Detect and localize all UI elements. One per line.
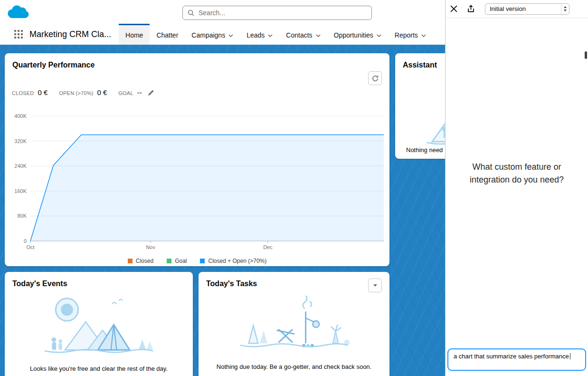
tab-home[interactable]: Home xyxy=(119,24,150,45)
edit-goal-button[interactable] xyxy=(148,89,154,96)
search-input[interactable] xyxy=(198,9,367,17)
legend-swatch xyxy=(167,259,171,263)
export-icon xyxy=(467,7,475,14)
tab-label: Contacts xyxy=(286,31,312,39)
metric-value: -- xyxy=(137,88,142,96)
tab-label: Home xyxy=(125,31,143,39)
events-illustration xyxy=(5,293,193,358)
nav-tabs: Home Chatter Campaigns Leads Contacts xyxy=(119,24,433,45)
tab-label: Reports xyxy=(395,31,418,39)
salesforce-app: Marketing CRM Cla... Home Chatter Campai… xyxy=(0,0,445,376)
todays-tasks-card: Today's Tasks xyxy=(199,272,389,376)
tasks-menu-button[interactable] xyxy=(368,279,382,292)
refresh-icon xyxy=(371,75,379,82)
prompt-text: What custom feature or integration do yo… xyxy=(456,161,578,186)
legend-label: Closed xyxy=(136,258,153,264)
card-title: Quarterly Performance xyxy=(12,61,95,69)
card-title: Assistant xyxy=(403,61,437,69)
tab-label: Chatter xyxy=(156,31,178,39)
global-search xyxy=(182,6,372,20)
tab-campaigns[interactable]: Campaigns xyxy=(185,24,240,45)
chevron-down-icon xyxy=(373,284,377,287)
chevron-down-icon[interactable] xyxy=(228,33,233,37)
tasks-illustration xyxy=(199,293,389,354)
version-select-value: Initial version xyxy=(490,5,526,12)
builder-panel-header: Initial version xyxy=(446,0,588,18)
svg-text:Nov: Nov xyxy=(146,244,155,250)
chevron-down-icon[interactable] xyxy=(421,33,426,37)
svg-text:80K: 80K xyxy=(17,213,27,219)
legend-label: Closed + Open (>70%) xyxy=(208,258,266,264)
app-navigation-bar: Marketing CRM Cla... Home Chatter Campai… xyxy=(0,24,445,45)
salesforce-cloud-logo xyxy=(6,3,30,22)
builder-panel: Initial version What custom feature or i… xyxy=(445,0,588,376)
export-button[interactable] xyxy=(467,5,475,13)
card-title: Today's Events xyxy=(12,280,67,288)
tab-leads[interactable]: Leads xyxy=(240,24,279,45)
metric-label: OPEN (>70%) xyxy=(59,90,93,96)
panel-scrollbar[interactable] xyxy=(585,51,587,59)
legend-swatch xyxy=(200,259,205,263)
todays-events-card: Today's Events Looks like you' xyxy=(5,272,193,376)
select-stepper-icon xyxy=(561,4,569,14)
tab-opportunities[interactable]: Opportunities xyxy=(327,24,388,45)
assistant-empty-text: Nothing need xyxy=(406,146,443,154)
search-icon xyxy=(188,10,194,16)
legend-item: Closed xyxy=(128,258,153,264)
performance-chart: 400K320K240K160K80K0OctNovDec xyxy=(7,109,387,252)
chevron-down-icon[interactable] xyxy=(268,33,273,37)
legend-item: Goal xyxy=(167,258,187,264)
card-title: Today's Tasks xyxy=(206,280,257,288)
close-button[interactable] xyxy=(450,5,458,13)
svg-text:0: 0 xyxy=(24,238,27,244)
tab-label: Campaigns xyxy=(191,31,225,39)
prompt-input-text: a chart that summarize sales performance xyxy=(454,353,569,360)
metric-open: OPEN (>70%) 0 € xyxy=(59,88,107,96)
tab-chatter[interactable]: Chatter xyxy=(150,24,185,45)
tab-label: Leads xyxy=(247,31,265,39)
chevron-down-icon[interactable] xyxy=(377,33,381,37)
app-name: Marketing CRM Cla... xyxy=(29,29,111,39)
pencil-icon xyxy=(148,90,154,97)
tab-label: Opportunities xyxy=(334,31,373,39)
svg-text:400K: 400K xyxy=(14,113,27,119)
metric-value: 0 € xyxy=(97,88,107,96)
svg-text:320K: 320K xyxy=(14,138,27,144)
metric-closed: CLOSED 0 € xyxy=(12,88,47,96)
tasks-empty-text: Nothing due today. Be a go-getter, and c… xyxy=(204,363,384,370)
refresh-button[interactable] xyxy=(368,71,382,85)
metric-value: 0 € xyxy=(38,88,47,96)
app-launcher-icon[interactable] xyxy=(13,29,24,39)
quarterly-performance-card: Quarterly Performance CLOSED 0 € OPEN (>… xyxy=(5,53,389,266)
performance-metrics: CLOSED 0 € OPEN (>70%) 0 € GOAL -- xyxy=(12,88,166,96)
chevron-down-icon[interactable] xyxy=(316,33,321,37)
legend-label: Goal xyxy=(175,258,187,264)
text-caret xyxy=(570,353,570,359)
svg-text:160K: 160K xyxy=(14,188,27,194)
svg-text:Dec: Dec xyxy=(263,244,273,250)
chart-legend: Closed Goal Closed + Open (>70%) xyxy=(5,258,389,264)
legend-item: Closed + Open (>70%) xyxy=(200,258,266,264)
metric-label: CLOSED xyxy=(12,90,34,96)
prompt-input[interactable]: a chart that summarize sales performance xyxy=(447,348,586,371)
metric-goal: GOAL -- xyxy=(118,88,154,96)
legend-swatch xyxy=(128,259,133,263)
svg-text:240K: 240K xyxy=(14,163,27,169)
svg-text:Oct: Oct xyxy=(26,244,34,250)
tab-contacts[interactable]: Contacts xyxy=(279,24,327,45)
tab-reports[interactable]: Reports xyxy=(388,24,433,45)
version-select[interactable]: Initial version xyxy=(485,3,569,15)
metric-label: GOAL xyxy=(118,90,133,96)
global-header xyxy=(0,0,445,24)
close-icon xyxy=(450,7,458,14)
events-empty-text: Looks like you're free and clear the res… xyxy=(10,365,187,372)
